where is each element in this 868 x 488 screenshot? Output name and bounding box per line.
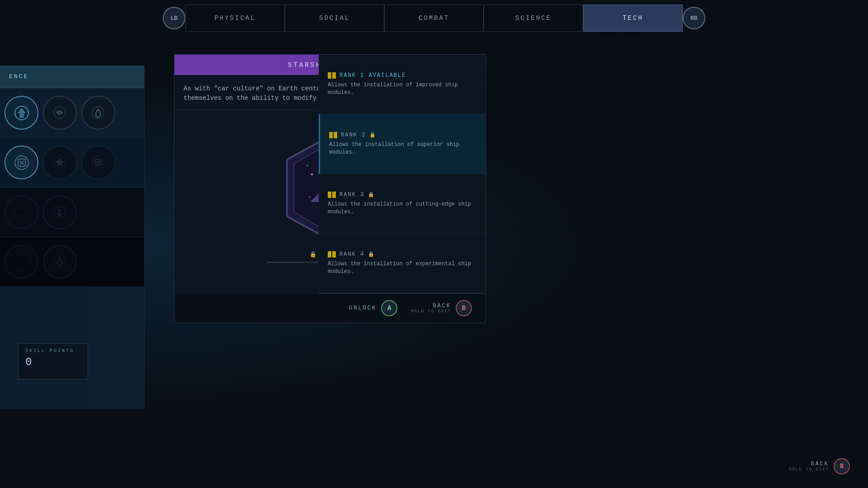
skill-icon-2b[interactable] [43,145,77,179]
skill-icon-1a[interactable] [5,96,38,130]
tab-combat[interactable]: COMBAT [384,5,484,32]
b-button[interactable]: B [456,300,472,316]
skill-row-4 [0,237,144,287]
skill-icon-4b[interactable] [43,245,77,279]
svg-point-32 [311,174,313,175]
svg-point-18 [15,255,28,269]
skill-icon-2a[interactable] [5,145,38,179]
skill-points-label: SKILL POINTS [25,348,81,353]
bottom-b-button[interactable]: B [834,458,850,474]
skill-icon-1b[interactable] [43,96,77,130]
rank-bar [328,72,331,79]
rank-2-bars [329,132,337,138]
rank-bar [329,132,333,138]
svg-point-37 [309,197,311,198]
rank-bar [328,192,331,198]
skill-icon-1c[interactable] [81,96,115,130]
tab-social[interactable]: SOCIAL [285,5,384,32]
rank-4-description: Allows the installation of experimental … [328,260,476,276]
rank-4-bars [328,251,336,258]
unlock-button[interactable]: UNLOCK A [349,300,397,316]
rank-item-2[interactable]: RANK 2 🔒 Allows the installation of supe… [319,114,486,174]
lock-icon: 🔒 [368,192,375,197]
rank-item-4[interactable]: RANK 4 🔒 Allows the installation of expe… [319,234,486,293]
rank-2-description: Allows the installation of superior ship… [329,141,476,156]
svg-point-13 [97,161,99,164]
back-button-main[interactable]: BACK HOLD TO EXIT B [411,300,472,316]
rb-button[interactable]: RB [683,7,705,29]
rank-1-bars [328,72,336,79]
skill-points-value: 0 [25,356,81,368]
tab-science[interactable]: SCIENCE [484,5,583,32]
skill-row-2 [0,138,144,188]
skill-icon-3a[interactable] [5,195,38,229]
rank-2-header: RANK 2 🔒 [329,132,476,138]
lb-button[interactable]: LB [163,7,185,29]
rank-bar [332,192,336,198]
rank-bar [332,251,336,258]
svg-rect-17 [59,214,61,216]
rank-4-header: RANK 4 🔒 [328,251,476,258]
action-bar: UNLOCK A BACK HOLD TO EXIT B [174,294,486,323]
skill-icon-4a[interactable] [5,245,38,279]
svg-point-3 [92,107,104,118]
svg-point-2 [58,111,61,114]
rank-1-description: Allows the installation of improved ship… [328,81,476,97]
rank-3-header: RANK 3 🔒 [328,192,476,198]
skill-row-3 [0,188,144,237]
sidebar-header: ENCE [0,66,144,88]
back-text: BACK HOLD TO EXIT [789,461,829,472]
skill-icon-3b[interactable] [43,195,77,229]
rank-bar [328,251,331,258]
rank-item-3[interactable]: RANK 3 🔒 Allows the installation of cutt… [319,174,486,234]
svg-point-19 [54,256,66,267]
svg-point-16 [54,206,66,218]
lock-icon: 🔒 [369,132,377,138]
rank-3-description: Allows the installation of cutting-edge … [328,201,476,216]
skill-row-1 [0,88,144,138]
tab-tech[interactable]: TECH [583,5,683,32]
bottom-back-area: BACK HOLD TO EXIT B [789,458,850,474]
nav-tabs: PHYSICAL SOCIAL COMBAT SCIENCE TECH [185,5,683,32]
skill-icon-2c[interactable] [81,145,115,179]
rank-item-1[interactable]: RANK 1 AVAILABLE Allows the installation… [319,55,486,114]
ranks-panel: RANK 1 AVAILABLE Allows the installation… [319,54,486,294]
lock-icon: 🔒 [368,251,375,257]
tab-physical[interactable]: PHYSICAL [185,5,285,32]
svg-point-33 [307,165,308,166]
rank-bar [332,72,336,79]
skill-points-box: SKILL POINTS 0 [18,343,88,380]
a-button[interactable]: A [381,300,397,316]
top-navigation: LB PHYSICAL SOCIAL COMBAT SCIENCE TECH R… [0,0,868,36]
rank-bar [334,132,337,138]
svg-point-14 [15,206,28,219]
rank-3-bars [328,192,336,198]
rank-1-header: RANK 1 AVAILABLE [328,72,476,79]
